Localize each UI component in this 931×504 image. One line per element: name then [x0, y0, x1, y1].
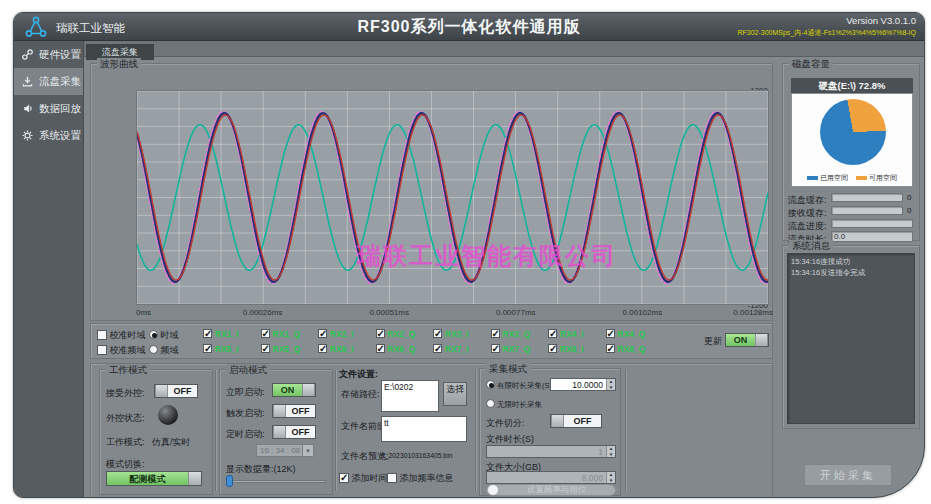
slider-track[interactable]: [226, 480, 326, 483]
system-messages-group: 系统消息 15:34:16连接成功15:34:16发送指令完成: [782, 245, 920, 429]
checkbox-box[interactable]: [491, 344, 500, 353]
timer-time-combobox[interactable]: 16 : 34 : 08▾: [256, 444, 314, 457]
checkbox-box[interactable]: [203, 329, 212, 338]
checkbox-box[interactable]: [97, 330, 107, 340]
spinner-arrows-icon[interactable]: ▲▼: [606, 379, 615, 390]
checkbox-box[interactable]: [548, 344, 557, 353]
toggle-knob[interactable]: [273, 405, 286, 417]
finite-duration-spinbox[interactable]: 10.0000▲▼: [550, 378, 616, 391]
channel-checkbox-RX1_Q[interactable]: RX1_Q: [261, 327, 319, 340]
checkbox-box[interactable]: [261, 329, 270, 338]
chevron-down-icon[interactable]: ▾: [302, 445, 313, 456]
header-bar: 瑞联工业智能 RF300系列一体化软件通用版 Version V3.0.1.0 …: [14, 13, 924, 41]
update-toggle[interactable]: ON: [725, 333, 769, 347]
waveform-plot[interactable]: [136, 90, 769, 305]
checkbox-box[interactable]: [376, 329, 385, 338]
channel-checkbox-RX8_Q[interactable]: RX8_Q: [606, 342, 664, 355]
radio-dot[interactable]: [149, 330, 158, 339]
checkbox-box[interactable]: [387, 473, 397, 483]
choose-path-button[interactable]: 选择: [443, 382, 467, 406]
calibrate-time-checkbox[interactable]: 校准时域: [97, 329, 146, 342]
channel-checkbox-RX6_I[interactable]: RX6_I: [318, 342, 376, 355]
checkbox-box[interactable]: [97, 345, 107, 355]
channel-checkbox-RX7_Q[interactable]: RX7_Q: [491, 342, 549, 355]
checkbox-box[interactable]: [548, 329, 557, 338]
channel-label: RX4_Q: [618, 329, 646, 339]
freq-domain-radio[interactable]: 频域: [149, 344, 179, 357]
file-prefix-input[interactable]: tt: [381, 416, 467, 442]
external-control-toggle[interactable]: OFF: [154, 384, 198, 398]
version-block: Version V3.0.1.0 RF302-300MSps_内-4通道-Fs1…: [737, 15, 916, 38]
checkbox-box[interactable]: [376, 344, 385, 353]
checkbox-box[interactable]: [433, 344, 442, 353]
channel-checkbox-RX7_I[interactable]: RX7_I: [433, 342, 491, 355]
add-time-checkbox[interactable]: 添加时间: [339, 472, 388, 485]
timer-start-toggle[interactable]: OFF: [272, 425, 316, 439]
radio-dot[interactable]: [149, 345, 158, 354]
mode-switch-button[interactable]: 配测模式: [106, 471, 202, 486]
toggle-knob[interactable]: [551, 415, 564, 427]
channel-checkbox-RX5_I[interactable]: RX5_I: [203, 342, 261, 355]
channel-checkbox-RX3_I[interactable]: RX3_I: [433, 327, 491, 340]
file-split-label: 文件切分:: [486, 417, 525, 430]
spinner-arrows-icon[interactable]: ▲▼: [606, 446, 615, 457]
channel-checkbox-RX3_Q[interactable]: RX3_Q: [491, 327, 549, 340]
freq-phase-toggle[interactable]: 设置频率与相位: [486, 484, 616, 496]
channel-bar: 校准时域 校准频域 时域 频域 RX1_IRX1_QRX2_IRX2_QRX3_…: [90, 323, 773, 359]
channel-checkbox-RX4_I[interactable]: RX4_I: [548, 327, 606, 340]
calibrate-freq-checkbox[interactable]: 校准频域: [97, 344, 146, 357]
stream-progress-bar: [831, 219, 913, 228]
channel-checkbox-RX8_I[interactable]: RX8_I: [548, 342, 606, 355]
sidebar-item-data-playback[interactable]: 数据回放: [14, 95, 83, 122]
channel-checkbox-RX2_I[interactable]: RX2_I: [318, 327, 376, 340]
checkbox-box[interactable]: [318, 344, 327, 353]
toggle-knob[interactable]: [155, 385, 168, 397]
start-acquisition-button[interactable]: 开始采集: [804, 464, 892, 486]
infinite-duration-radio[interactable]: 无限时长采集: [486, 399, 542, 410]
checkbox-box[interactable]: [433, 329, 442, 338]
checkbox-box[interactable]: [606, 329, 615, 338]
radio-dot[interactable]: [486, 380, 495, 389]
channel-checkbox-RX4_Q[interactable]: RX4_Q: [606, 327, 664, 340]
display-amount-slider[interactable]: [226, 475, 326, 487]
finite-duration-radio[interactable]: 有限时长采集(S): [486, 380, 552, 391]
channel-checkbox-RX1_I[interactable]: RX1_I: [203, 327, 261, 340]
immediate-start-toggle[interactable]: ON: [272, 383, 316, 397]
channel-checkbox-RX6_Q[interactable]: RX6_Q: [376, 342, 434, 355]
stream-progress-label: 流盘进度:: [788, 220, 827, 233]
toggle-knob[interactable]: [273, 426, 286, 438]
radio-dot[interactable]: [486, 399, 495, 408]
slider-handle[interactable]: [226, 475, 233, 487]
sidebar-item-hardware-settings[interactable]: 硬件设置: [14, 41, 83, 68]
spinner-arrows-icon[interactable]: ▲▼: [606, 472, 615, 483]
file-duration-spinbox[interactable]: 1▲▼: [486, 445, 616, 458]
checkbox-box[interactable]: [318, 329, 327, 338]
sidebar-item-stream-acquisition[interactable]: 流盘采集: [14, 68, 83, 95]
trigger-start-toggle[interactable]: OFF: [272, 404, 316, 418]
infinite-duration-label: 无限时长采集: [497, 400, 542, 409]
toggle-knob[interactable]: [755, 334, 768, 346]
toggle-knob[interactable]: [188, 472, 201, 485]
toggle-knob[interactable]: [302, 384, 315, 396]
toggle-knob[interactable]: [488, 485, 498, 495]
checkbox-box[interactable]: [491, 329, 500, 338]
file-split-toggle[interactable]: OFF: [550, 414, 602, 428]
channel-checkbox-RX5_Q[interactable]: RX5_Q: [261, 342, 319, 355]
message-list[interactable]: 15:34:16连接成功15:34:16发送指令完成: [787, 253, 915, 424]
checkbox-box[interactable]: [203, 344, 212, 353]
stream-duration-input[interactable]: 0.0: [831, 231, 913, 242]
update-label: 更新: [704, 335, 722, 348]
work-mode-value: 仿真/实时: [152, 436, 191, 449]
channel-checkbox-RX2_Q[interactable]: RX2_Q: [376, 327, 434, 340]
divider: [475, 370, 476, 491]
spin-value: 8.000: [487, 472, 606, 483]
checkbox-box[interactable]: [606, 344, 615, 353]
time-domain-radio[interactable]: 时域: [149, 329, 179, 342]
file-size-spinbox[interactable]: 8.000▲▼: [486, 471, 616, 484]
add-freq-checkbox[interactable]: 添加频率信息: [387, 472, 454, 485]
checkbox-box[interactable]: [261, 344, 270, 353]
sidebar-item-system-settings[interactable]: 系统设置: [14, 122, 83, 149]
sidebar-item-label: 系统设置: [39, 129, 81, 143]
storage-path-input[interactable]: E:\0202: [381, 380, 439, 412]
checkbox-box[interactable]: [339, 473, 349, 483]
